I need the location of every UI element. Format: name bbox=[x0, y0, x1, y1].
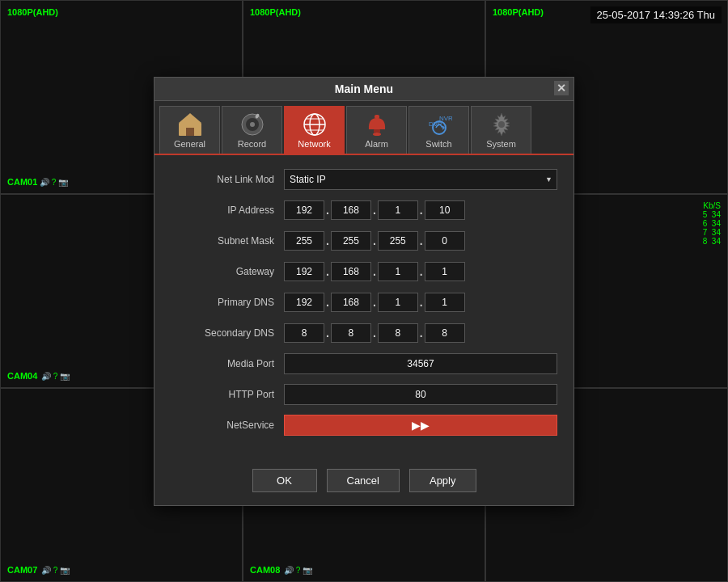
svg-point-12 bbox=[373, 133, 381, 136]
tab-alarm-label: Alarm bbox=[365, 139, 388, 149]
tab-record[interactable]: Record bbox=[222, 106, 282, 154]
sdns-dot-2: . bbox=[371, 327, 378, 340]
gateway-row: Gateway . . . bbox=[171, 260, 557, 283]
tab-general[interactable]: General bbox=[159, 106, 220, 154]
tab-network[interactable]: Network bbox=[284, 106, 345, 154]
subnet-octet-1[interactable] bbox=[284, 231, 324, 251]
tab-network-label: Network bbox=[298, 139, 330, 149]
gateway-octet-4[interactable] bbox=[425, 262, 465, 281]
media-port-input[interactable] bbox=[284, 353, 557, 374]
primary-dns-octet-2[interactable] bbox=[331, 293, 371, 312]
primary-dns-octet-4[interactable] bbox=[425, 293, 465, 312]
netservice-label: NetService bbox=[171, 420, 284, 431]
net-link-mod-row: Net Link Mod Static IP DHCP PPPoE bbox=[171, 168, 557, 191]
network-icon bbox=[302, 112, 328, 137]
net-link-mod-select[interactable]: Static IP DHCP PPPoE bbox=[284, 169, 557, 190]
svg-rect-2 bbox=[186, 128, 194, 136]
ip-octet-4[interactable] bbox=[425, 200, 465, 220]
tab-general-label: General bbox=[174, 139, 205, 149]
alarm-icon bbox=[364, 112, 390, 137]
subnet-mask-row: Subnet Mask . . . bbox=[171, 230, 557, 252]
tab-switch-label: Switch bbox=[425, 139, 451, 149]
gateway-dot-2: . bbox=[371, 265, 378, 278]
system-icon bbox=[489, 112, 514, 137]
tab-record-label: Record bbox=[238, 139, 266, 149]
primary-dns-octet-1[interactable] bbox=[284, 293, 324, 312]
http-port-input[interactable] bbox=[284, 384, 557, 405]
ip-dot-3: . bbox=[418, 204, 425, 217]
ip-address-row: IP Address . . . bbox=[171, 199, 557, 221]
tab-switch[interactable]: DVR NVR Switch bbox=[408, 106, 469, 154]
gateway-label: Gateway bbox=[171, 266, 284, 277]
dialog-titlebar: Main Menu ✕ bbox=[154, 78, 574, 101]
pdns-dot-1: . bbox=[324, 296, 331, 309]
ip-dot-1: . bbox=[324, 204, 331, 217]
gateway-octet-3[interactable] bbox=[378, 262, 418, 281]
subnet-octet-2[interactable] bbox=[331, 231, 371, 251]
close-button[interactable]: ✕ bbox=[554, 81, 569, 95]
subnet-octet-3[interactable] bbox=[378, 231, 418, 251]
subnet-octet-4[interactable] bbox=[425, 231, 465, 251]
ip-dot-2: . bbox=[371, 204, 378, 217]
ip-address-label: IP Address bbox=[171, 205, 284, 216]
netservice-row: NetService ▶▶ bbox=[171, 414, 557, 436]
sdns-dot-1: . bbox=[324, 327, 331, 340]
ok-button[interactable]: OK bbox=[252, 469, 317, 492]
secondary-dns-label: Secondary DNS bbox=[171, 327, 284, 339]
ip-octet-1[interactable] bbox=[284, 200, 324, 220]
http-port-row: HTTP Port bbox=[171, 383, 557, 406]
switch-icon: DVR NVR bbox=[426, 112, 452, 137]
media-port-label: Media Port bbox=[171, 358, 284, 369]
primary-dns-label: Primary DNS bbox=[171, 297, 284, 308]
svg-rect-13 bbox=[375, 115, 379, 119]
general-icon bbox=[177, 112, 203, 137]
secondary-dns-octet-4[interactable] bbox=[425, 323, 465, 343]
modal-overlay: Main Menu ✕ General Record bbox=[0, 0, 728, 582]
dialog-buttons: OK Cancel Apply bbox=[154, 458, 574, 505]
svg-rect-14 bbox=[374, 129, 380, 133]
primary-dns-octet-3[interactable] bbox=[378, 293, 418, 312]
subnet-mask-label: Subnet Mask bbox=[171, 235, 284, 247]
primary-dns-row: Primary DNS . . . bbox=[171, 291, 557, 314]
http-port-label: HTTP Port bbox=[171, 389, 284, 400]
secondary-dns-octet-2[interactable] bbox=[331, 323, 371, 343]
net-link-mod-wrapper: Static IP DHCP PPPoE bbox=[284, 169, 557, 190]
gateway-octet-2[interactable] bbox=[331, 262, 371, 281]
tab-alarm[interactable]: Alarm bbox=[346, 106, 407, 154]
net-link-mod-label: Net Link Mod bbox=[171, 174, 284, 185]
pdns-dot-3: . bbox=[418, 296, 425, 309]
subnet-dot-1: . bbox=[324, 234, 331, 247]
cancel-button[interactable]: Cancel bbox=[327, 469, 400, 492]
apply-button[interactable]: Apply bbox=[409, 469, 476, 492]
subnet-dot-3: . bbox=[418, 234, 425, 247]
tab-system[interactable]: System bbox=[471, 106, 531, 154]
netservice-arrow: ▶▶ bbox=[412, 419, 430, 432]
gateway-field: . . . bbox=[284, 262, 557, 281]
netservice-button[interactable]: ▶▶ bbox=[284, 415, 557, 436]
subnet-mask-field: . . . bbox=[284, 231, 557, 251]
ip-address-field: . . . bbox=[284, 200, 557, 220]
media-port-row: Media Port bbox=[171, 352, 557, 375]
secondary-dns-octet-1[interactable] bbox=[284, 323, 324, 343]
main-menu-dialog: Main Menu ✕ General Record bbox=[154, 77, 574, 506]
primary-dns-field: . . . bbox=[284, 293, 557, 312]
subnet-dot-2: . bbox=[371, 234, 378, 247]
svg-marker-1 bbox=[179, 113, 201, 123]
svg-point-19 bbox=[498, 121, 505, 128]
secondary-dns-field: . . . bbox=[284, 323, 557, 343]
tab-bar: General Record Netw bbox=[154, 101, 574, 155]
tab-system-label: System bbox=[486, 139, 516, 149]
http-port-wrapper bbox=[284, 384, 557, 405]
gateway-dot-3: . bbox=[418, 265, 425, 278]
dialog-form: Net Link Mod Static IP DHCP PPPoE IP Add… bbox=[154, 155, 574, 458]
sdns-dot-3: . bbox=[418, 327, 425, 340]
svg-point-5 bbox=[250, 122, 255, 127]
media-port-wrapper bbox=[284, 353, 557, 374]
gateway-dot-1: . bbox=[324, 265, 331, 278]
ip-octet-2[interactable] bbox=[331, 200, 371, 220]
record-icon bbox=[239, 112, 265, 137]
ip-octet-3[interactable] bbox=[378, 200, 418, 220]
secondary-dns-octet-3[interactable] bbox=[378, 323, 418, 343]
gateway-octet-1[interactable] bbox=[284, 262, 324, 281]
secondary-dns-row: Secondary DNS . . . bbox=[171, 322, 557, 344]
